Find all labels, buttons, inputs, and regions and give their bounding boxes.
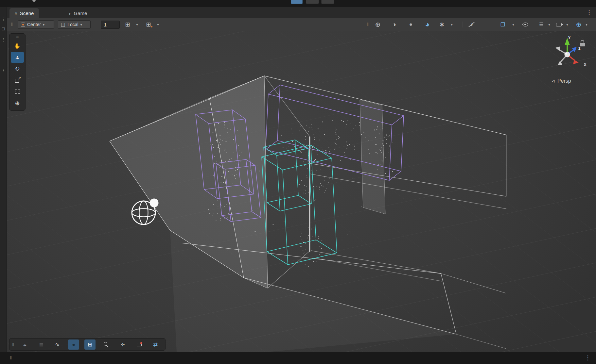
bottom-bar-handle[interactable]: ‖ xyxy=(10,355,12,360)
palette-drag-handle[interactable]: ≡ xyxy=(16,35,19,40)
move-tool[interactable]: ↔↕ xyxy=(11,52,24,63)
search-icon xyxy=(104,342,109,347)
gizmos-globe-icon[interactable]: ⊕ xyxy=(573,20,584,29)
grid-snap-button[interactable]: ⊞ xyxy=(121,20,134,29)
unity-editor-window: # Scene ◗ Game ⋮ ‖ Center ▾ ◫ Local ▾ ⊞ … xyxy=(0,0,596,364)
bottom-bar: ‖ ⋮ xyxy=(0,352,596,364)
game-controller-icon: ◗ xyxy=(68,11,71,16)
stack-caret[interactable]: ▾ xyxy=(547,20,552,29)
tab-bar-menu-icon[interactable]: ⋮ xyxy=(586,9,592,15)
scene-grid-icon: # xyxy=(15,11,17,16)
visibility-eye-icon[interactable] xyxy=(520,20,531,29)
effects-icon[interactable]: ◕ xyxy=(422,20,432,29)
tab-scene-label: Scene xyxy=(20,10,34,16)
rotation-label: Local xyxy=(67,22,78,27)
move-arrows-icon: ↔↕ xyxy=(14,54,21,61)
lighting-icon[interactable]: ◑ xyxy=(389,20,399,29)
shuffle-button[interactable]: ⇄ xyxy=(150,339,161,350)
step-button[interactable] xyxy=(321,0,334,4)
grid-size-field[interactable] xyxy=(101,21,120,29)
camera-icon[interactable] xyxy=(553,20,564,29)
record-button[interactable] xyxy=(133,339,145,350)
overlay-drag-handle[interactable]: ‖ xyxy=(12,342,14,347)
chevron-down-icon: ▾ xyxy=(43,23,44,26)
toolbar-divider xyxy=(462,22,462,27)
increment-snap-button[interactable]: ⊞ xyxy=(142,20,155,29)
shaded-mode-icon[interactable]: ⊕ xyxy=(373,20,383,29)
pivot-mode-dropdown[interactable]: Center ▾ xyxy=(18,20,54,29)
eye-icon xyxy=(522,23,528,26)
room-wireframe xyxy=(110,76,506,352)
lock-icon[interactable] xyxy=(580,41,585,47)
scene-toolbar: ‖ Center ▾ ◫ Local ▾ ⊞ ▾ ⊞ ▾ ‖ ⊕ ◑ ● ◕ ✱… xyxy=(7,18,596,31)
scale-icon: ↗ xyxy=(15,79,19,83)
cyan-bounds-boxes xyxy=(262,140,337,265)
search-button[interactable] xyxy=(101,339,112,350)
chevron-down-icon: ▾ xyxy=(80,23,82,26)
tab-game-label: Game xyxy=(74,10,87,16)
transform-tool[interactable]: ⊕ xyxy=(11,98,24,108)
top-strip xyxy=(0,0,596,7)
rotation-mode-dropdown[interactable]: ◫ Local ▾ xyxy=(58,20,91,29)
left-rail: ⋮ ❐ ⋮ ⋮ xyxy=(0,7,7,352)
move-overlay-button[interactable]: ↔↕ xyxy=(19,339,30,350)
scale-tool[interactable]: ↗ xyxy=(11,75,24,86)
tab-game[interactable]: ◗ Game xyxy=(63,8,92,18)
dropdown-wedge-icon xyxy=(32,0,36,2)
pop-out-icon[interactable]: ❐ xyxy=(0,27,7,31)
cube-icon: ◫ xyxy=(61,22,65,27)
axis-z-label: z xyxy=(578,46,581,51)
stack-icon[interactable]: ☰ xyxy=(536,20,547,29)
layers-icon[interactable]: ❐ xyxy=(498,20,508,29)
rect-tool[interactable] xyxy=(11,86,24,97)
sphere-button[interactable]: ● xyxy=(68,339,79,350)
persp-triangle-icon: ⊲ xyxy=(552,79,555,84)
grid-snap-caret[interactable]: ▾ xyxy=(135,20,139,29)
video-camera-icon xyxy=(556,23,561,26)
toolbar-separator: ‖ xyxy=(367,22,369,27)
rotate-tool[interactable]: ↻ xyxy=(11,63,24,74)
scene-view[interactable]: y z x ⊲ Persp xyxy=(7,31,596,352)
audio-mute-icon[interactable]: ♪ xyxy=(466,20,477,29)
toolbar-drag-handle[interactable]: ‖ xyxy=(11,22,13,27)
view-hand-tool[interactable]: ✋ xyxy=(11,41,24,51)
particles-icon[interactable]: ✱ xyxy=(437,20,447,29)
projection-label[interactable]: ⊲ Persp xyxy=(552,78,571,84)
particles-caret[interactable]: ▾ xyxy=(449,20,454,29)
record-camera-icon xyxy=(137,343,142,346)
tool-palette: ≡ ✋ ↔↕ ↻ ↗ ⊕ xyxy=(9,33,26,111)
rect-icon xyxy=(15,90,20,94)
rail-kebab-icon[interactable]: ⋮ xyxy=(0,37,7,42)
rail-kebab-icon[interactable]: ⋮ xyxy=(0,17,7,22)
grid-button[interactable]: ⊞ xyxy=(84,339,96,350)
globe-gizmo[interactable] xyxy=(132,199,159,225)
gizmos-caret[interactable]: ▾ xyxy=(584,20,589,29)
pivot-label: Center xyxy=(27,22,41,27)
tab-scene[interactable]: # Scene xyxy=(9,8,39,18)
axis-x-label: x xyxy=(584,62,587,67)
axis-y-label: y xyxy=(568,34,571,39)
hierarchy-button[interactable]: ≣ xyxy=(36,339,47,350)
rail-kebab-icon[interactable]: ⋮ xyxy=(0,68,7,73)
move-arrows-icon: ↔↕ xyxy=(22,342,28,347)
scene-viewport[interactable]: y z x xyxy=(7,31,596,352)
orientation-gizmo[interactable]: y z x xyxy=(555,34,587,67)
layers-caret[interactable]: ▾ xyxy=(511,20,516,29)
camera-caret[interactable]: ▾ xyxy=(565,20,570,29)
play-button[interactable] xyxy=(291,0,303,4)
pivot-icon xyxy=(21,23,25,27)
pause-button[interactable] xyxy=(306,0,319,4)
axis-move-button[interactable]: ✛ xyxy=(117,339,128,350)
globe-dot xyxy=(150,199,159,207)
signal-button[interactable]: ∿ xyxy=(52,339,63,350)
overlay-toolbar: ‖ ↔↕ ≣ ∿ ● ⊞ ✛ ⇄ xyxy=(9,338,166,351)
bottom-bar-menu-icon[interactable]: ⋮ xyxy=(585,355,591,361)
tab-bar: # Scene ◗ Game ⋮ xyxy=(7,7,596,18)
increment-snap-caret[interactable]: ▾ xyxy=(156,20,160,29)
audio-icon[interactable]: ● xyxy=(406,20,416,29)
